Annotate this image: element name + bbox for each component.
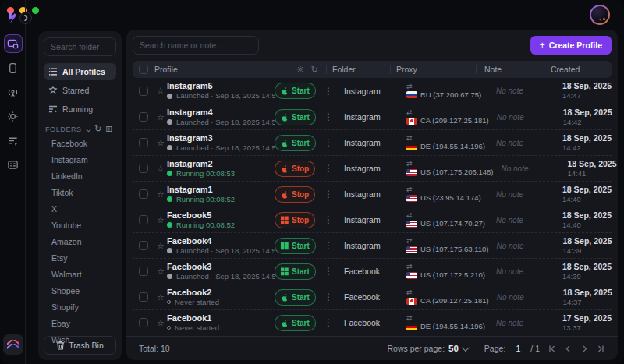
- add-folder-icon[interactable]: ⊞: [104, 125, 115, 133]
- row-menu-icon[interactable]: ⋮: [318, 214, 339, 225]
- row-menu-icon[interactable]: ⋮: [318, 137, 339, 148]
- star-icon[interactable]: ☆: [154, 189, 167, 200]
- nav-profiles-icon[interactable]: [4, 34, 23, 53]
- star-icon[interactable]: ☆: [154, 267, 167, 277]
- row-checkbox[interactable]: [139, 164, 148, 173]
- star-icon[interactable]: ☆: [154, 241, 167, 251]
- row-note: No note: [488, 87, 553, 95]
- row-menu-icon[interactable]: ⋮: [318, 240, 339, 251]
- sidebar-expand-button[interactable]: ❯: [20, 12, 32, 24]
- profile-name[interactable]: Instagram1: [167, 185, 275, 195]
- folder-item-linkedin[interactable]: LinkedIn: [44, 168, 116, 184]
- star-icon[interactable]: ☆: [154, 138, 167, 148]
- prev-page-button[interactable]: [564, 345, 573, 353]
- row-checkbox[interactable]: [139, 267, 148, 276]
- zoom-button[interactable]: [32, 7, 39, 14]
- folder-search-input[interactable]: [44, 37, 116, 56]
- sidebar-item-all-profiles[interactable]: All Profiles: [44, 63, 116, 80]
- profile-name[interactable]: Facebook1: [167, 313, 275, 323]
- folder-label: Shopee: [51, 286, 80, 295]
- folders-section-label[interactable]: FOLDERS: [45, 125, 82, 133]
- nav-proxies-icon[interactable]: [4, 83, 23, 101]
- star-icon[interactable]: ☆: [154, 86, 167, 96]
- folder-item-shopify[interactable]: Shopify: [44, 299, 116, 315]
- user-avatar[interactable]: [590, 5, 610, 25]
- profile-name[interactable]: Facebook3: [167, 262, 275, 272]
- create-profile-button[interactable]: + Create Profile: [530, 36, 612, 55]
- folder-item-shopee[interactable]: Shopee: [44, 282, 116, 299]
- rows-per-page-select[interactable]: 50: [448, 344, 459, 353]
- sidebar-item-running[interactable]: Running: [44, 101, 116, 117]
- row-checkbox[interactable]: [139, 112, 148, 122]
- row-checkbox[interactable]: [139, 87, 148, 96]
- profile-name[interactable]: Instagram4: [167, 108, 275, 118]
- sidebar-item-starred[interactable]: Starred: [44, 82, 116, 98]
- row-checkbox[interactable]: [139, 138, 148, 147]
- folder-item-amazon[interactable]: Amazon: [44, 233, 116, 249]
- refresh-table-icon[interactable]: ↻: [311, 65, 318, 75]
- next-page-button[interactable]: [580, 345, 589, 353]
- nav-automation-icon[interactable]: [4, 107, 23, 125]
- nav-notes-icon[interactable]: [4, 155, 23, 174]
- refresh-folders-icon[interactable]: ↻: [93, 125, 104, 133]
- folder-item-etsy[interactable]: Etsy: [44, 249, 116, 266]
- row-menu-icon[interactable]: ⋮: [318, 292, 339, 302]
- row-menu-icon[interactable]: ⋮: [318, 111, 339, 122]
- start-stop-button[interactable]: Stop: [275, 161, 315, 177]
- windows-icon: [281, 216, 289, 224]
- nav-devices-icon[interactable]: [4, 58, 23, 77]
- folder-item-tiktok[interactable]: Tiktok: [44, 184, 116, 200]
- star-icon[interactable]: ☆: [154, 112, 167, 122]
- start-stop-button[interactable]: Start: [275, 289, 316, 306]
- folder-item-x[interactable]: X: [44, 200, 116, 217]
- star-icon[interactable]: ☆: [154, 164, 167, 174]
- start-stop-button[interactable]: Start: [275, 315, 316, 331]
- start-stop-button[interactable]: Stop: [275, 212, 315, 228]
- star-icon[interactable]: ☆: [154, 292, 167, 302]
- row-menu-icon[interactable]: ⋮: [318, 163, 339, 174]
- start-stop-button[interactable]: Stop: [275, 186, 315, 203]
- nav-tasks-icon[interactable]: [4, 131, 23, 150]
- row-checkbox[interactable]: [139, 189, 148, 199]
- profile-name[interactable]: Facebook5: [167, 210, 275, 221]
- folder-item-youtube[interactable]: Youtube: [44, 217, 116, 233]
- row-menu-icon[interactable]: ⋮: [318, 189, 339, 200]
- proxy-type-icon: ⇄: [406, 83, 488, 90]
- start-stop-button[interactable]: Start: [275, 135, 316, 151]
- star-icon[interactable]: ☆: [154, 318, 167, 328]
- profile-search-input[interactable]: [133, 36, 259, 55]
- row-checkbox[interactable]: [139, 241, 148, 250]
- profile-name[interactable]: Instagram3: [167, 133, 275, 143]
- folder-item-ebay[interactable]: Ebay: [44, 315, 116, 331]
- folder-item-walmart[interactable]: Walmart: [44, 266, 116, 282]
- row-menu-icon[interactable]: ⋮: [318, 86, 339, 97]
- row-checkbox[interactable]: [139, 292, 148, 302]
- profile-name[interactable]: Facebook4: [167, 236, 275, 246]
- profile-name[interactable]: Instagram2: [167, 159, 275, 169]
- folder-item-instagram[interactable]: Instagram: [44, 151, 116, 168]
- row-menu-icon[interactable]: ⋮: [318, 266, 339, 277]
- first-page-button[interactable]: [548, 345, 556, 353]
- page-input[interactable]: [510, 342, 526, 355]
- action-label: Stop: [292, 164, 309, 173]
- start-stop-button[interactable]: Start: [275, 263, 316, 280]
- workspace-logo-icon[interactable]: [3, 334, 23, 355]
- start-stop-button[interactable]: Start: [275, 238, 316, 254]
- column-settings-icon[interactable]: [296, 65, 304, 73]
- proxy-address: US (107.175.206.148): [420, 168, 493, 177]
- main-panel: + Create Profile Profile ↻ Folder: [126, 30, 618, 360]
- row-checkbox[interactable]: [139, 318, 148, 327]
- select-all-checkbox[interactable]: [139, 65, 148, 74]
- folder-item-facebook[interactable]: Facebook: [44, 135, 116, 151]
- trash-bin-button[interactable]: Trash Bin: [44, 336, 116, 355]
- profile-name[interactable]: Instagram5: [167, 81, 275, 91]
- last-page-button[interactable]: [597, 345, 605, 353]
- start-stop-button[interactable]: Start: [275, 109, 316, 125]
- profile-name[interactable]: Facebook2: [167, 288, 275, 298]
- row-checkbox[interactable]: [139, 215, 148, 224]
- start-stop-button[interactable]: Start: [275, 83, 316, 99]
- row-menu-icon[interactable]: ⋮: [318, 317, 339, 328]
- us-flag-icon: [406, 195, 417, 202]
- star-icon[interactable]: ☆: [154, 215, 167, 225]
- ca-flag-icon: [406, 298, 417, 305]
